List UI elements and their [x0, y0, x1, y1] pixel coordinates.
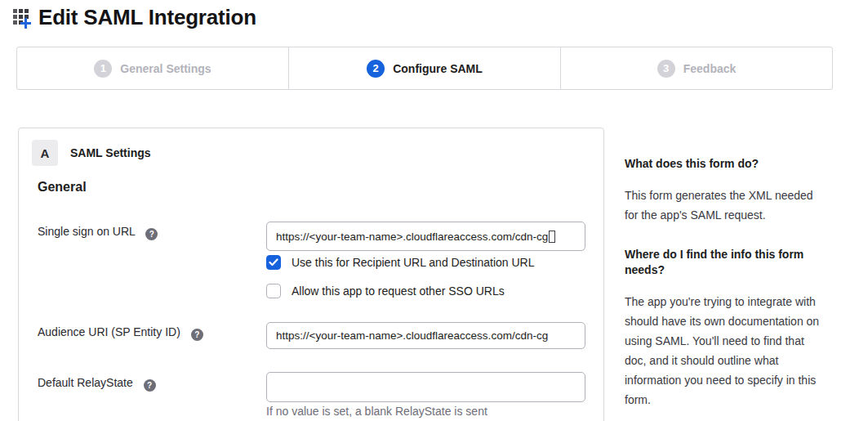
sso-url-label: Single sign on URL ?	[38, 225, 158, 240]
checkbox-unchecked-icon[interactable]	[266, 284, 281, 298]
text-cursor	[549, 231, 555, 243]
page-title: Edit SAML Integration	[38, 5, 256, 30]
help-icon[interactable]: ?	[145, 228, 158, 240]
step-configure-saml[interactable]: 2 Configure SAML	[288, 47, 560, 89]
section-title: SAML Settings	[70, 146, 151, 159]
audience-uri-label: Audience URI (SP Entity ID) ?	[38, 325, 203, 341]
audience-uri-input[interactable]: https://<your-team-name>.cloudflareacces…	[266, 322, 585, 349]
wizard-steps: 1 General Settings 2 Configure SAML 3 Fe…	[16, 47, 833, 90]
relay-state-label: Default RelayState ?	[38, 376, 156, 392]
audience-uri-value: https://<your-team-name>.cloudflareacces…	[276, 329, 548, 342]
step-label: General Settings	[120, 62, 211, 75]
step-feedback[interactable]: 3 Feedback	[560, 47, 832, 89]
saml-settings-panel: A SAML Settings General Single sign on U…	[18, 128, 604, 421]
sso-url-value: https://<your-team-name>.cloudflareacces…	[276, 231, 548, 243]
sidebar-heading: Where do I find the info this form needs…	[625, 247, 827, 278]
other-sso-checkbox-row[interactable]: Allow this app to request other SSO URLs	[266, 284, 505, 298]
page-header: Edit SAML Integration	[13, 5, 256, 30]
help-icon[interactable]: ?	[144, 379, 156, 392]
relay-state-hint: If no value is set, a blank RelayState i…	[266, 405, 487, 418]
checkbox-label: Use this for Recipient URL and Destinati…	[292, 256, 535, 269]
checkbox-checked-icon[interactable]	[266, 255, 281, 270]
step-number-badge: 2	[367, 60, 385, 78]
group-heading-general: General	[38, 180, 87, 195]
sidebar-heading: What does this form do?	[625, 156, 827, 172]
panel-header: A SAML Settings	[32, 140, 151, 166]
section-letter-badge: A	[32, 140, 58, 166]
help-sidebar: What does this form do? This form genera…	[625, 156, 827, 421]
step-label: Feedback	[683, 62, 737, 75]
app-grid-plus-icon	[13, 7, 35, 29]
step-number-badge: 3	[657, 60, 675, 78]
relay-state-input[interactable]	[266, 372, 585, 402]
step-number-badge: 1	[94, 60, 112, 78]
checkbox-label: Allow this app to request other SSO URLs	[292, 284, 505, 298]
step-label: Configure SAML	[393, 62, 483, 75]
recipient-url-checkbox-row[interactable]: Use this for Recipient URL and Destinati…	[266, 255, 535, 270]
sidebar-paragraph: The app you're trying to integrate with …	[625, 292, 827, 410]
help-icon[interactable]: ?	[191, 329, 203, 341]
sso-url-input[interactable]: https://<your-team-name>.cloudflareacces…	[266, 222, 585, 251]
sidebar-paragraph: This form generates the XML needed for t…	[625, 186, 827, 225]
step-general-settings[interactable]: 1 General Settings	[17, 47, 288, 89]
